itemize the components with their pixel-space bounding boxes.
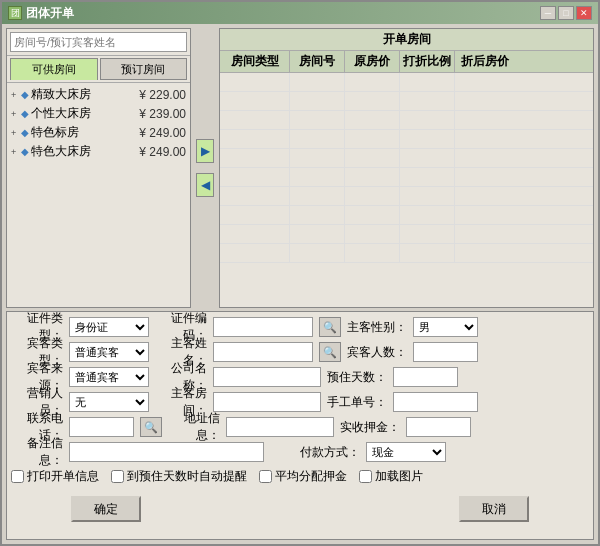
room-name: 精致大床房 [31,86,137,103]
add-room-button[interactable]: ▶ [196,139,214,163]
room-type-icon: ◆ [21,108,29,119]
load-image-checkbox[interactable]: 加载图片 [359,468,423,485]
form-row-6: 备注信息： 付款方式： 现金 [11,441,589,463]
bottom-buttons: 确定 取消 [11,492,589,526]
expand-icon: + [11,147,19,157]
phone-number-label: 手工单号： [327,394,387,411]
col-header-disc: 打折比例 [400,51,455,72]
guest-count-label: 宾客人数： [347,344,407,361]
col-header-orig: 原房价 [345,51,400,72]
guest-name-input[interactable] [213,342,313,362]
room-type-icon: ◆ [21,146,29,157]
close-button[interactable]: ✕ [576,6,592,20]
room-name: 特色大床房 [31,143,137,160]
window-title: 团体开单 [26,5,74,22]
form-row-1: 证件类型： 身份证 证件编码： 🔍 主客性别： 男 女 [11,316,589,338]
middle-arrows: ▶ ◀ [195,28,215,308]
actual-payment-input[interactable]: 0.00 [406,417,471,437]
room-type-icon: ◆ [21,127,29,138]
print-info-checkbox[interactable]: 打印开单信息 [11,468,99,485]
title-controls: ─ □ ✕ [540,6,592,20]
window-icon: 团 [8,6,22,20]
table-row [220,130,593,149]
left-panel: 可供房间 预订房间 + ◆ 精致大床房 ¥ 229.00 + ◆ 个性大床房 ¥… [6,28,191,308]
expand-icon: + [11,109,19,119]
minimize-button[interactable]: ─ [540,6,556,20]
form-row-4: 营销人员： 无 主客房间： 手工单号： 87251148822296 [11,391,589,413]
room-name: 特色标房 [31,124,137,141]
form-row-3: 宾客来源： 普通宾客 公司名称： 预住天数： 1 [11,366,589,388]
table-row [220,244,593,263]
table-row [220,111,593,130]
col-header-after: 折后房价 [455,51,515,72]
auto-remind-checkbox[interactable]: 到预住天数时自动提醒 [111,468,247,485]
table-row [220,73,593,92]
table-row [220,92,593,111]
cancel-button[interactable]: 取消 [459,496,529,522]
expand-icon: + [11,90,19,100]
tab-reserved[interactable]: 预订房间 [100,58,188,80]
address-label: 地址信息： [168,410,220,444]
address-input[interactable] [226,417,334,437]
room-list: + ◆ 精致大床房 ¥ 229.00 + ◆ 个性大床房 ¥ 239.00 + … [7,83,190,307]
tab-row: 可供房间 预订房间 [7,56,190,83]
stay-days-label: 预住天数： [327,369,387,386]
phone-input[interactable] [69,417,134,437]
table-row [220,187,593,206]
list-item[interactable]: + ◆ 个性大床房 ¥ 239.00 [9,104,188,123]
list-item[interactable]: + ◆ 特色大床房 ¥ 249.00 [9,142,188,161]
top-section: 可供房间 预订房间 + ◆ 精致大床房 ¥ 229.00 + ◆ 个性大床房 ¥… [6,28,594,308]
main-window: 团 团体开单 ─ □ ✕ 可供房间 预订房间 + [0,0,600,546]
list-item[interactable]: + ◆ 精致大床房 ¥ 229.00 [9,85,188,104]
cert-search-button[interactable]: 🔍 [319,317,341,337]
checkbox-row: 打印开单信息 到预住天数时自动提醒 平均分配押金 加载图片 [11,466,589,487]
guest-count-input[interactable]: 1 [413,342,478,362]
room-type-icon: ◆ [21,89,29,100]
room-price: ¥ 239.00 [139,107,186,121]
company-input[interactable] [213,367,321,387]
table-row [220,206,593,225]
room-price: ¥ 229.00 [139,88,186,102]
form-row-5: 联系电话： 🔍 地址信息： 实收押金： 0.00 [11,416,589,438]
stay-days-input[interactable]: 1 [393,367,458,387]
expand-icon: + [11,128,19,138]
staff-select[interactable]: 无 [69,392,149,412]
maximize-button[interactable]: □ [558,6,574,20]
gender-select[interactable]: 男 女 [413,317,478,337]
avg-deposit-checkbox[interactable]: 平均分配押金 [259,468,347,485]
bottom-section: 证件类型： 身份证 证件编码： 🔍 主客性别： 男 女 宾客类型： 普通宾客 [6,311,594,540]
cert-type-select[interactable]: 身份证 [69,317,149,337]
search-bar [7,29,190,56]
payment-method-select[interactable]: 现金 [366,442,446,462]
guest-type-select[interactable]: 普通宾客 [69,342,149,362]
right-panel: 开单房间 房间类型 房间号 原房价 打折比例 折后房价 [219,28,594,308]
table-row [220,149,593,168]
list-item[interactable]: + ◆ 特色标房 ¥ 249.00 [9,123,188,142]
room-search-input[interactable] [10,32,187,52]
room-table-body [220,73,593,307]
table-header: 房间类型 房间号 原房价 打折比例 折后房价 [220,51,593,73]
room-name: 个性大床房 [31,105,137,122]
content-area: 可供房间 预订房间 + ◆ 精致大床房 ¥ 229.00 + ◆ 个性大床房 ¥… [2,24,598,544]
tab-available[interactable]: 可供房间 [10,58,98,80]
table-row [220,225,593,244]
right-panel-header: 开单房间 [220,29,593,51]
table-row [220,168,593,187]
gender-label: 主客性别： [347,319,407,336]
remove-room-button[interactable]: ◀ [196,173,214,197]
source-select[interactable]: 普通宾客 [69,367,149,387]
notes-input[interactable] [69,442,264,462]
room-price: ¥ 249.00 [139,126,186,140]
phone-search-button[interactable]: 🔍 [140,417,162,437]
guest-search-button[interactable]: 🔍 [319,342,341,362]
confirm-button[interactable]: 确定 [71,496,141,522]
form-row-2: 宾客类型： 普通宾客 主客姓名： 🔍 宾客人数： 1 [11,341,589,363]
cert-code-input[interactable] [213,317,313,337]
main-room-input[interactable] [213,392,321,412]
payment-method-label: 付款方式： [270,444,360,461]
notes-label: 备注信息： [11,435,63,469]
title-bar-left: 团 团体开单 [8,5,74,22]
room-price: ¥ 249.00 [139,145,186,159]
phone-number-input[interactable]: 87251148822296 [393,392,478,412]
title-bar: 团 团体开单 ─ □ ✕ [2,2,598,24]
